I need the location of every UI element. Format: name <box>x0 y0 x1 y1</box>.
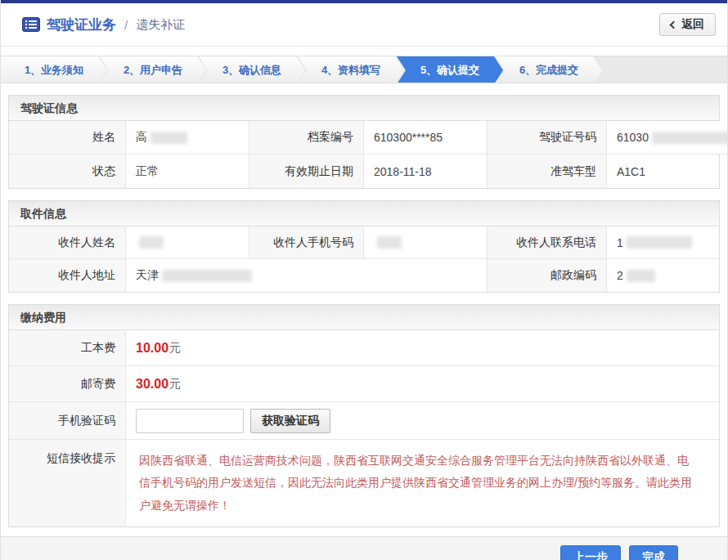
recipient-name-value <box>126 226 249 259</box>
production-fee-label: 工本费 <box>9 330 126 366</box>
redacted-value <box>139 236 164 249</box>
status-label: 状态 <box>9 155 126 188</box>
sms-code-input[interactable] <box>136 409 244 433</box>
fees-section: 缴纳费用 工本费 10.00元 邮寄费 30.00元 手机验证码 获取验证码 短… <box>8 304 720 527</box>
redacted-value <box>151 132 187 144</box>
step-4-fill-data[interactable]: 4、资料填写 <box>298 56 404 83</box>
name-value: 高 <box>126 121 249 155</box>
redacted-value <box>627 270 655 282</box>
step-wizard: 1、业务须知 2、用户申告 3、确认信息 4、资料填写 5、确认提交 6、完成提… <box>1 56 727 83</box>
step-1-business-notice[interactable]: 1、业务须知 <box>1 56 107 83</box>
footer-bar: 上一步 完成 <box>1 536 727 560</box>
breadcrumb: 驾驶证业务 / 遗失补证 <box>22 16 659 34</box>
name-label: 姓名 <box>9 121 126 155</box>
recipient-mobile-value <box>364 226 488 259</box>
recipient-phone-value: 1 <box>607 226 719 259</box>
file-no-value: 610300****85 <box>364 121 488 155</box>
sms-code-label: 手机验证码 <box>9 402 126 440</box>
mailing-fee-value: 30.00元 <box>126 366 719 402</box>
recipient-mobile-label: 收件人手机号码 <box>249 226 364 259</box>
recipient-phone-label: 收件人联系电话 <box>488 226 607 259</box>
production-fee-value: 10.00元 <box>126 330 719 366</box>
vehicle-class-value: A1C1 <box>607 155 719 188</box>
sms-notice-text: 因陕西省联通、电信运营商技术问题，陕西省互联网交通安全综合服务管理平台无法向持陕… <box>139 450 696 517</box>
fees-section-title: 缴纳费用 <box>9 305 719 330</box>
postal-code-label: 邮政编码 <box>488 259 607 292</box>
pickup-info-section: 取件信息 收件人姓名 收件人手机号码 收件人联系电话 1 收件人地址 天津 邮政… <box>8 200 720 293</box>
recipient-name-label: 收件人姓名 <box>9 226 126 259</box>
pickup-section-title: 取件信息 <box>9 201 719 226</box>
finish-button[interactable]: 完成 <box>629 545 678 560</box>
sms-notice-label: 短信接收提示 <box>9 440 126 526</box>
fee-unit: 元 <box>169 377 181 392</box>
back-button-label: 返回 <box>681 17 704 32</box>
recipient-address-label: 收件人地址 <box>9 259 126 292</box>
page-subtitle: 遗失补证 <box>136 17 185 33</box>
list-icon <box>22 17 40 32</box>
license-info-section: 驾驶证信息 姓名 高 档案编号 610300****85 驾驶证号码 61030… <box>8 95 720 189</box>
step-6-complete-submit[interactable]: 6、完成提交 <box>496 56 602 83</box>
redacted-value <box>377 236 402 249</box>
redacted-value <box>652 132 728 144</box>
fee-unit: 元 <box>169 341 181 356</box>
page-header: 驾驶证业务 / 遗失补证 返回 <box>1 3 727 47</box>
redacted-value <box>162 270 252 282</box>
step-5-confirm-submit[interactable]: 5、确认提交 <box>397 56 503 83</box>
page-title: 驾驶证业务 <box>47 16 116 34</box>
expiry-value: 2018-11-18 <box>364 155 488 188</box>
previous-step-button[interactable]: 上一步 <box>560 545 621 560</box>
main-content: 驾驶证信息 姓名 高 档案编号 610300****85 驾驶证号码 61030… <box>1 95 727 527</box>
step-2-user-declaration[interactable]: 2、用户申告 <box>100 56 206 83</box>
recipient-address-value: 天津 <box>126 259 488 292</box>
vehicle-class-label: 准驾车型 <box>488 155 607 188</box>
mailing-fee-label: 邮寄费 <box>9 366 126 402</box>
license-no-label: 驾驶证号码 <box>488 121 607 155</box>
license-no-value: 61030 <box>607 121 728 155</box>
chevron-left-icon <box>670 21 678 29</box>
status-value: 正常 <box>126 155 249 188</box>
expiry-label: 有效期止日期 <box>249 155 364 188</box>
title-separator: / <box>124 18 128 32</box>
step-3-confirm-info[interactable]: 3、确认信息 <box>199 56 305 83</box>
file-no-label: 档案编号 <box>249 121 364 155</box>
postal-code-value: 2 <box>607 259 719 292</box>
sms-code-row: 获取验证码 <box>126 402 719 440</box>
get-code-button[interactable]: 获取验证码 <box>250 409 330 433</box>
back-button[interactable]: 返回 <box>659 13 716 36</box>
redacted-value <box>627 236 692 249</box>
sms-notice-cell: 因陕西省联通、电信运营商技术问题，陕西省互联网交通安全综合服务管理平台无法向持陕… <box>126 440 719 526</box>
license-section-title: 驾驶证信息 <box>9 96 719 121</box>
